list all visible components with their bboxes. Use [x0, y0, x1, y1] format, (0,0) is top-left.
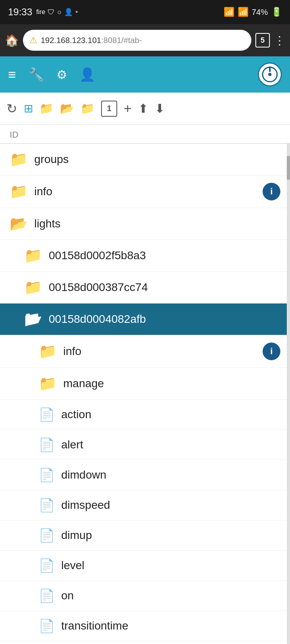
status-left: 19:33 fire 🛡 ○ 👤 •: [8, 6, 78, 18]
item-label: info: [63, 345, 263, 358]
shield-icon: 🛡: [48, 8, 55, 17]
battery-icon: 🔋: [271, 7, 282, 17]
item-label: dimspeed: [61, 499, 280, 512]
item-label: transitiontime: [61, 619, 280, 632]
scrollbar-track[interactable]: [287, 144, 290, 644]
signal-icon: 📶: [238, 7, 249, 17]
tree-item-light3-dimspeed[interactable]: 📄 dimspeed: [0, 490, 290, 520]
svg-point-2: [268, 73, 271, 76]
tree-item-light3-manage[interactable]: 📁 manage: [0, 368, 290, 400]
folder-closed-icon: 📁: [24, 279, 42, 296]
grid-view-icon[interactable]: ⊞: [24, 102, 33, 115]
refresh-icon[interactable]: ↻: [6, 101, 17, 116]
folder-open-icon: 📂: [24, 311, 42, 328]
app-logo: [258, 62, 282, 87]
folder-closed-icon: 📁: [10, 151, 28, 168]
item-label: manage: [63, 377, 280, 390]
status-time: 19:33: [8, 6, 32, 18]
file-icon: 📄: [39, 407, 55, 422]
folder-open-icon: 📂: [10, 215, 28, 232]
item-label: info: [34, 185, 263, 198]
file-icon: 📄: [39, 528, 55, 543]
item-label: action: [61, 408, 280, 421]
tree-item-light3-level[interactable]: 📄 level: [0, 551, 290, 581]
file-tree-wrapper: 📁 groups 📁 info i 📂 lights 📁 00158d0002f…: [0, 144, 290, 644]
circle-icon: ○: [57, 8, 62, 17]
tree-item-light4[interactable]: 📁 00158d00062facf0: [0, 641, 290, 644]
upload-icon[interactable]: ⬆: [138, 101, 148, 116]
file-icon: 📄: [39, 437, 55, 452]
tree-item-light3-on[interactable]: 📄 on: [0, 581, 290, 611]
notification-dot: •: [75, 8, 78, 17]
tree-item-light2[interactable]: 📁 00158d000387cc74: [0, 272, 290, 303]
url-bar[interactable]: ⚠ 192.168.123.101:8081/#tab-: [23, 30, 251, 51]
settings-icon[interactable]: ⚙: [56, 68, 67, 82]
tree-item-light1[interactable]: 📁 00158d0002f5b8a3: [0, 240, 290, 272]
info-badge[interactable]: i: [263, 343, 280, 360]
tree-item-light3-dimdown[interactable]: 📄 dimdown: [0, 460, 290, 490]
item-label: on: [61, 589, 280, 602]
file-icon: 📄: [39, 588, 55, 603]
item-label: 00158d000387cc74: [49, 281, 280, 294]
status-bar: 19:33 fire 🛡 ○ 👤 • 📶 📶 74% 🔋: [0, 0, 290, 24]
folder-closed-icon: 📁: [39, 375, 57, 392]
url-text: 192.168.123.101:8081/#tab-: [41, 36, 142, 45]
tree-item-light3-transitiontime[interactable]: 📄 transitiontime: [0, 611, 290, 641]
browser-menu-icon[interactable]: ⋮: [274, 34, 285, 47]
hamburger-icon[interactable]: ≡: [8, 67, 16, 83]
item-label: 00158d0002f5b8a3: [49, 249, 280, 262]
add-icon[interactable]: +: [124, 101, 132, 116]
tree-item-light3-dimup[interactable]: 📄 dimup: [0, 520, 290, 551]
browser-bar: 🏠 ⚠ 192.168.123.101:8081/#tab- 5 ⋮: [0, 24, 290, 56]
file-icon: 📄: [39, 467, 55, 483]
folder-closed-icon: 📁: [39, 343, 57, 360]
folder-open-icon[interactable]: 📂: [60, 102, 74, 115]
id-header: ID: [0, 125, 290, 144]
tab-number-badge[interactable]: 1: [101, 101, 117, 117]
tree-item-groups[interactable]: 📁 groups: [0, 144, 290, 175]
folder-closed-icon[interactable]: 📁: [39, 102, 54, 115]
status-icons: fire 🛡 ○ 👤 •: [36, 8, 78, 17]
contacts-icon: 👤: [64, 8, 73, 17]
file-icon: 📄: [39, 497, 55, 513]
file-icon: 📄: [39, 618, 55, 634]
file-icon: 📄: [39, 558, 55, 573]
tab-count-badge[interactable]: 5: [255, 33, 270, 47]
tree-item-info[interactable]: 📁 info i: [0, 175, 290, 208]
item-label: 00158d0004082afb: [49, 313, 280, 326]
status-right: 📶 📶 74% 🔋: [224, 7, 282, 17]
item-label: level: [61, 559, 280, 572]
item-label: dimup: [61, 529, 280, 542]
item-label: alert: [61, 438, 280, 451]
tree-item-light3-alert[interactable]: 📄 alert: [0, 430, 290, 460]
person-icon[interactable]: 👤: [79, 67, 95, 82]
scrollbar-thumb[interactable]: [287, 156, 290, 180]
battery-text: 74%: [252, 8, 268, 17]
url-suffix: :8081/#tab-: [101, 36, 142, 45]
info-badge[interactable]: i: [263, 183, 280, 200]
item-label: lights: [34, 217, 280, 230]
folder-closed-icon: 📁: [10, 183, 28, 200]
url-host: 192.168.123.101: [41, 36, 101, 45]
app-header: ≡ 🔧 ⚙ 👤: [0, 56, 290, 93]
url-warning-icon: ⚠: [29, 35, 37, 45]
tree-item-light3-info[interactable]: 📁 info i: [0, 335, 290, 368]
toolbar: ↻ ⊞ 📁 📂 📁 1 + ⬆ ⬇: [0, 93, 290, 125]
browser-home-icon[interactable]: 🏠: [5, 34, 19, 47]
wrench-icon[interactable]: 🔧: [28, 67, 44, 82]
folder-closed-icon: 📁: [24, 247, 42, 264]
item-label: dimdown: [61, 469, 280, 481]
file-tree: 📁 groups 📁 info i 📂 lights 📁 00158d0002f…: [0, 144, 290, 644]
tree-item-lights[interactable]: 📂 lights: [0, 208, 290, 240]
download-icon[interactable]: ⬇: [155, 101, 165, 116]
id-label: ID: [10, 130, 19, 140]
folder-blue-icon[interactable]: 📁: [81, 102, 95, 115]
fire-icon: fire: [36, 8, 45, 16]
tree-item-light3-action[interactable]: 📄 action: [0, 400, 290, 430]
item-label: groups: [34, 153, 280, 166]
tree-item-light3[interactable]: 📂 00158d0004082afb: [0, 303, 290, 335]
wifi-icon: 📶: [224, 7, 234, 17]
